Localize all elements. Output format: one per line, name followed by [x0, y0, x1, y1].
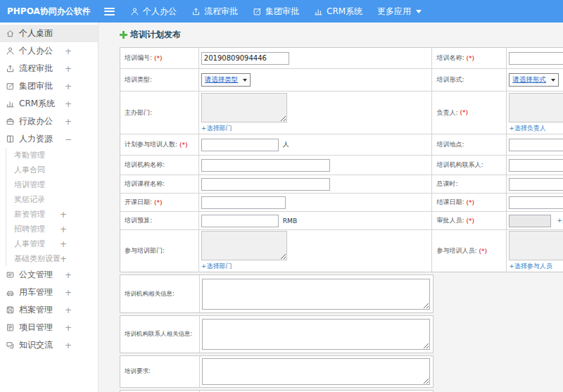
leader-select-link[interactable]: +选择负责人	[509, 124, 563, 133]
required-mark: (*)	[179, 141, 188, 148]
top-nav-item-more-apps[interactable]: 更多应用	[374, 6, 424, 18]
expand-toggle-icon[interactable]: +	[60, 210, 67, 220]
select-value: 请选择形式	[512, 75, 546, 84]
join-depts-box[interactable]	[201, 231, 287, 260]
field-label: 总课时:	[432, 175, 507, 193]
sidebar-subitem-training-mgmt[interactable]: 培训管理	[6, 177, 98, 192]
top-nav-item-personal-office[interactable]: 个人办公	[127, 6, 179, 18]
org-info-textarea[interactable]	[202, 279, 430, 310]
training-requirements-textarea[interactable]	[202, 358, 430, 385]
end-date-input[interactable]	[509, 196, 563, 209]
expand-toggle-icon[interactable]: +	[65, 64, 72, 74]
menu-toggle-icon[interactable]	[104, 8, 115, 15]
sidebar-subitem-personnel-mgmt[interactable]: 人事管理+	[6, 236, 98, 251]
sidebar-item-human-resources[interactable]: 人力资源−	[0, 130, 98, 148]
sidebar-item-personal-desktop[interactable]: 个人桌面	[0, 25, 98, 42]
expand-toggle-icon[interactable]: −	[65, 134, 72, 144]
expand-toggle-icon[interactable]: +	[60, 239, 67, 249]
expand-toggle-icon[interactable]: +	[65, 288, 72, 298]
field-cell	[199, 156, 433, 175]
sidebar-item-admin-office[interactable]: 行政办公+	[0, 113, 98, 130]
field-label: 培训预算:	[120, 212, 199, 229]
field-label-text: 培训预算:	[125, 216, 152, 225]
edit-icon	[253, 7, 262, 16]
sidebar-item-label: 流程审批	[19, 63, 53, 75]
unit-label: RMB	[283, 217, 297, 225]
expand-toggle-icon[interactable]: +	[65, 341, 72, 350]
training-form-select[interactable]: 请选择形式	[509, 73, 559, 87]
sidebar-item-workflow-approval[interactable]: 流程审批+	[0, 60, 98, 77]
top-nav-item-group-approval[interactable]: 集团审批	[250, 6, 302, 18]
sidebar-item-knowledge-exchange[interactable]: 知识交流+	[0, 336, 98, 354]
total-hours-input[interactable]	[509, 178, 563, 191]
sidebar-subitem-basic-category-settings[interactable]: 基础类别设置+	[6, 251, 98, 266]
training-type-select[interactable]: 请选择类型	[201, 73, 251, 87]
join-depts-select-link[interactable]: +选择部门	[201, 262, 287, 271]
sidebar-item-label: 个人桌面	[19, 27, 53, 39]
approver-select-link[interactable]: +选择审批人员	[557, 216, 563, 225]
field-label-text: 计划参与培训人数:	[125, 140, 177, 149]
field-label: 负责人:(*)	[432, 91, 507, 134]
host-dept-select-link[interactable]: +选择部门	[201, 124, 287, 133]
leader-box[interactable]	[509, 93, 563, 122]
sidebar-subitem-recruitment-mgmt[interactable]: 招聘管理+	[6, 222, 98, 236]
planned-participants-input[interactable]	[201, 139, 279, 151]
expand-toggle-icon[interactable]: +	[65, 270, 72, 280]
select-value: 请选择类型	[205, 75, 239, 84]
expand-toggle-icon[interactable]: +	[65, 46, 72, 56]
sidebar-item-document-mgmt[interactable]: 公文管理+	[0, 266, 98, 284]
sidebar-item-label: 个人办公	[19, 45, 53, 57]
sidebar-subitem-attendance-mgmt[interactable]: 考勤管理	[6, 148, 98, 163]
field-label-text: 培训名称:	[436, 53, 464, 63]
sidebar-item-archive-mgmt[interactable]: 档案管理+	[0, 301, 98, 319]
top-nav-item-workflow-approval[interactable]: 流程审批	[189, 6, 241, 18]
form-row: 培训编号:(*)培训名称:(*)	[120, 48, 563, 69]
share-icon	[191, 7, 201, 16]
org-contact-input[interactable]	[509, 159, 563, 172]
expand-toggle-icon[interactable]: +	[65, 99, 72, 109]
field-cell	[199, 316, 433, 353]
sidebar-item-personal-office[interactable]: 个人办公+	[0, 42, 98, 60]
field-cell: +选择审批人员	[507, 212, 563, 229]
approver-box[interactable]	[509, 215, 551, 227]
sidebar-item-group-approval[interactable]: 集团审批+	[0, 77, 98, 95]
form-row: 培训机构联系人相关信息:	[120, 315, 434, 353]
field-label: 培训机构名称:	[120, 156, 199, 175]
sidebar-item-vehicle-mgmt[interactable]: 用车管理+	[0, 284, 98, 301]
home-icon	[6, 29, 15, 38]
field-cell	[199, 275, 433, 312]
field-label-text: 培训要求:	[125, 367, 151, 376]
expand-toggle-icon[interactable]: +	[65, 305, 72, 315]
training-name-input[interactable]	[509, 52, 563, 65]
sidebar-item-label: 行政办公	[19, 115, 53, 127]
sidebar-item-crm-system[interactable]: CRM系统+	[0, 95, 98, 113]
join-members-box[interactable]	[509, 231, 563, 260]
sidebar: 个人桌面个人办公+流程审批+集团审批+CRM系统+行政办公+人力资源−考勤管理人…	[0, 23, 99, 392]
expand-toggle-icon[interactable]: +	[65, 82, 72, 91]
field-label: 参与培训部门:	[120, 230, 199, 272]
host-dept-box[interactable]	[201, 93, 287, 122]
field-cell: RMB	[199, 212, 433, 229]
topbar: PHPOA协同办公软件 个人办公流程审批集团审批CRM系统更多应用	[0, 0, 563, 23]
course-name-input[interactable]	[201, 178, 330, 191]
expand-toggle-icon[interactable]: +	[65, 117, 72, 127]
expand-toggle-icon[interactable]: +	[60, 225, 67, 234]
training-no-input[interactable]	[201, 52, 289, 65]
sidebar-item-project-mgmt[interactable]: 项目管理+	[0, 319, 98, 336]
sidebar-subitem-hr-contract[interactable]: 人事合同	[6, 163, 98, 177]
training-place-input[interactable]	[509, 139, 563, 151]
org-name-input[interactable]	[201, 159, 330, 172]
expand-toggle-icon[interactable]: +	[65, 323, 72, 333]
top-nav-item-crm-system[interactable]: CRM系统	[311, 6, 365, 18]
sidebar-subitem-salary-mgmt[interactable]: 薪资管理+	[6, 207, 98, 222]
org-contact-info-textarea[interactable]	[202, 319, 430, 350]
sidebar-subitem-reward-punish-records[interactable]: 奖惩记录	[6, 192, 98, 207]
field-label-text: 总课时:	[436, 179, 457, 189]
join-members-select-link[interactable]: +选择参与人员	[509, 262, 563, 271]
join-members-picker-group: +选择参与人员	[509, 228, 563, 274]
budget-input[interactable]	[201, 215, 279, 227]
sidebar-item-label: 用车管理	[19, 286, 53, 298]
start-date-input[interactable]	[201, 196, 286, 209]
expand-toggle-icon[interactable]: +	[60, 254, 67, 264]
field-label-text: 培训机构名称:	[125, 160, 165, 170]
